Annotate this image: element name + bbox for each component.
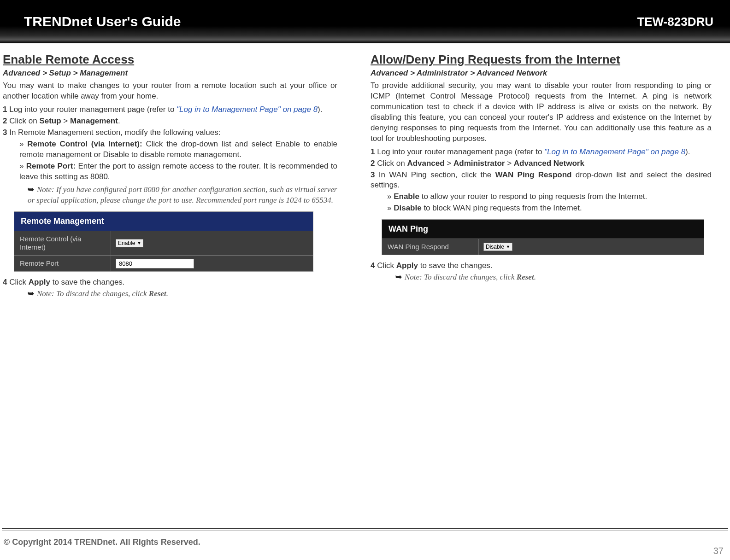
step1-post: ). [685,147,690,156]
step2-pre: Click on [377,159,407,168]
select-value: Enable [118,240,135,246]
table-title: WAN Ping [382,220,704,239]
intro-ping: To provide additional security, you may … [371,81,712,144]
list-item: Disable to block WAN ping requests from … [387,203,712,214]
breadcrumb-ping: Advanced > Administrator > Advanced Netw… [371,69,712,78]
note2-pre: Note: To discard the changes, click [405,273,517,281]
step3-text: In Remote Management section, modify the… [9,128,220,137]
page-number: 37 [713,546,724,556]
remote-port-input[interactable]: 8080 [116,259,194,268]
list-item: Remote Port: Enter the port to assign re… [19,161,337,182]
step-3-remote: 3 In Remote Management section, modify t… [3,128,337,138]
chevron-down-icon: ▼ [137,241,141,245]
page-body: Enable Remote Access Advanced > Setup > … [0,43,730,302]
note-port: ➥Note: If you have configured port 8080 … [28,185,337,206]
step4-pre: Click [9,278,29,286]
header-title: TRENDnet User's Guide [24,14,181,29]
bullet-list-remote: Remote Control (via Internet): Click the… [19,139,337,182]
footer-copyright: © Copyright 2014 TRENDnet. All Rights Re… [4,537,200,547]
row-label-remote-port: Remote Port [14,256,111,271]
step-2-ping: 2 Click on Advanced > Administrator > Ad… [371,158,712,169]
step-1-ping: 1 Log into your router management page (… [371,147,712,158]
wan-ping-select[interactable]: Disable ▼ [483,243,512,251]
bullet2-rest: to block WAN ping requests from the Inte… [422,204,582,212]
note2-b: Reset [517,273,534,281]
table-title: Remote Management [14,212,313,231]
footer-rule-thin [2,530,728,531]
step4-b: Apply [396,261,418,270]
step4-b: Apply [29,278,50,286]
table-row: WAN Ping Respond Disable ▼ [382,239,704,255]
note-icon: ➥ [28,185,34,194]
step1-text: Log into your router management page (re… [377,147,544,156]
step2-b3: Advanced Network [514,159,584,168]
note2-b: Reset [149,289,166,298]
step2-b2: Management [70,117,118,125]
step4-post: to save the changes. [418,261,493,270]
header-model: TEW-823DRU [637,15,713,29]
section-title-ping: Allow/Deny Ping Requests from the Intern… [371,52,712,67]
wan-ping-table: WAN Ping WAN Ping Respond Disable ▼ [382,219,704,255]
note2-post: . [534,273,536,281]
step4-pre: Click [377,261,396,270]
login-link-ref[interactable]: "Log in to Management Page" on page 8 [544,147,685,156]
step2-b2: Administrator [453,159,505,168]
step2-b1: Advanced [407,159,444,168]
remote-management-table: Remote Management Remote Control (via In… [14,211,313,272]
table-row: Remote Control (via Internet) Enable ▼ [14,231,313,255]
bullet2-b: Remote Port: [26,162,76,170]
step-4-remote: 4 Click Apply to save the changes. [3,277,337,288]
step1-post: ). [318,105,322,114]
bullet-list-ping: Enable to allow your router to respond t… [387,192,712,214]
note-icon: ➥ [28,289,34,298]
step2-m1: > [445,159,453,168]
list-item: Remote Control (via Internet): Click the… [19,139,337,160]
bullet1-b: Enable [394,192,419,201]
step1-text: Log into your router management page (re… [9,105,177,114]
note1-text: Note: If you have configured port 8080 f… [28,185,337,204]
step2-pre: Click on [9,117,39,125]
step3-pre: In WAN Ping section, click the [379,170,495,179]
step-3-ping: 3 In WAN Ping section, click the WAN Pin… [371,170,712,191]
step4-post: to save the changes. [50,278,125,286]
step3-b: WAN Ping Respond [495,170,572,179]
note-reset-left: ➥Note: To discard the changes, click Res… [28,289,337,299]
step-1-remote: 1 Log into your router management page (… [3,105,337,115]
note2-post: . [166,289,168,298]
note2-pre: Note: To discard the changes, click [37,289,149,298]
step-4-ping: 4 Click Apply to save the changes. [371,261,712,271]
footer-rule [2,528,728,529]
row-label-wan-ping: WAN Ping Respond [382,239,479,255]
note-icon: ➥ [395,273,402,281]
row-label-remote-control: Remote Control (via Internet) [14,231,111,255]
step-2-remote: 2 Click on Setup > Management. [3,116,337,127]
section-title-remote-access: Enable Remote Access [3,52,337,67]
step2-b1: Setup [39,117,61,125]
step2-mid: > [61,117,70,125]
step2-m2: > [505,159,513,168]
bullet1-b: Remote Control (via Internet): [27,140,142,148]
select-value: Disable [486,244,504,250]
page-header: TRENDnet User's Guide TEW-823DRU [0,0,730,43]
list-item: Enable to allow your router to respond t… [387,192,712,202]
note-reset-right: ➥Note: To discard the changes, click Res… [395,272,712,283]
step2-end: . [118,117,120,125]
table-row: Remote Port 8080 [14,255,313,271]
right-column: Allow/Deny Ping Requests from the Intern… [365,52,730,302]
login-link-ref[interactable]: "Log in to Management Page" on page 8 [177,105,318,114]
chevron-down-icon: ▼ [506,245,510,249]
intro-remote: You may want to make changes to your rou… [3,81,337,102]
breadcrumb-remote: Advanced > Setup > Management [3,69,337,78]
bullet1-rest: to allow your router to respond to ping … [419,192,647,201]
bullet2-b: Disable [394,204,421,212]
remote-control-select[interactable]: Enable ▼ [116,239,143,247]
left-column: Enable Remote Access Advanced > Setup > … [0,52,365,302]
